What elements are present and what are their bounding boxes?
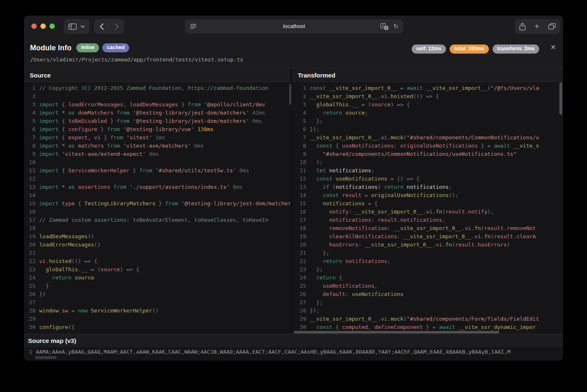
code-line: 11import { ServiceWorkerHelper } from '#… [24,167,290,175]
code-line: 26 default: useNotifications [295,290,563,298]
transformed-code[interactable]: 1const __vite_ssr_import_0__ = await __v… [292,82,563,334]
line-number: 27 [295,298,306,307]
line-number: 13 [24,183,35,191]
line-number: 10 [24,158,35,167]
close-window-button[interactable] [31,23,37,29]
close-module-button[interactable]: ✕ [549,43,558,52]
code-line: 2 [24,92,290,101]
transformed-panel: Transformed 1const __vite_ssr_import_0__… [292,68,563,334]
line-number: 21 [295,249,306,257]
line-number: 21 [24,249,35,257]
source-vertical-scrollbar[interactable] [289,84,291,105]
code-line: 20 hasErrors: __vite_ssr_import_0__.vi.f… [295,241,563,249]
source-code[interactable]: 1// Copyright (C) 2012-2025 Zammad Found… [24,82,290,334]
code-line: 21 [24,249,290,257]
nav-buttons [94,19,124,34]
line-number: 26 [24,290,35,298]
code-line: 9 "#shared/components/CommonNotification… [295,150,563,158]
code-line: 30configure({ [24,323,290,331]
line-number: 6 [24,125,35,134]
new-tab-button[interactable]: + [535,22,540,31]
code-line: 6}); [295,125,563,134]
line-number: 25 [24,282,35,290]
line-number: 17 [24,216,35,224]
minimize-window-button[interactable] [40,23,46,29]
reader-icon[interactable] [190,23,196,29]
source-panel: Source 1// Copyright (C) 2012-2025 Zamma… [24,68,292,334]
line-number: 18 [24,224,35,232]
code-line: 17 notifications: result.notifications, [295,216,563,224]
code-line: 8import * as matchers from 'vitest-axe/m… [24,142,290,150]
line-number: 26 [295,290,306,298]
line-number: 15 [295,200,306,208]
code-line: 16 notify: __vite_ssr_import_0__.vi.fn(r… [295,208,563,216]
line-number: 28 [295,307,306,315]
sourcemap-title: Source map (v3) [24,334,563,347]
line-number: 14 [295,191,306,200]
svg-text:a: a [386,26,388,30]
line-number: 3 [24,101,35,109]
zoom-window-button[interactable] [50,23,55,29]
module-badges: inlinecached [76,43,129,52]
module-file-path: /Users/vladimir/Projects/zammad/app/fron… [30,56,563,63]
code-line: 28}); [295,307,563,315]
code-line: 1const __vite_ssr_import_0__ = await __v… [295,84,563,92]
sidebar-toggle-button[interactable] [64,19,90,34]
transformed-horizontal-scrollbar[interactable] [294,331,499,333]
code-line: 15import type { TestingLibraryMatchers }… [24,200,290,208]
back-button[interactable] [94,19,109,34]
code-line: 25 } [24,282,290,290]
code-line: 24 return { [295,274,563,282]
code-line: 4 return source; [295,109,563,117]
code-line: 7__vite_ssr_import_0__.vi.mock("#shared/… [295,134,563,142]
line-number: 14 [24,191,35,200]
reload-icon[interactable]: ↻ [393,22,398,31]
code-line: 19 clearAllNotifications: __vite_ssr_imp… [295,232,563,241]
sourcemap-horizontal-scrollbar[interactable] [35,356,57,359]
line-number: 30 [24,323,35,331]
code-line: 13import * as assertions from './support… [24,183,290,191]
share-button[interactable] [519,23,526,31]
tabs-icon [548,23,556,30]
line-number: 11 [295,167,306,175]
code-line: 3 globalThis.__ = (source) => { [295,101,563,109]
sourcemap-line-number: 1 [24,347,32,357]
browser-window: localhost A a ↻ [24,16,563,361]
line-number: 28 [24,307,35,315]
line-number: 5 [295,117,306,125]
line-number: 9 [295,150,306,158]
share-icon [519,23,526,31]
code-line: 2__vite_ssr_import_0__.vi.hoisted(() => … [295,92,563,101]
code-line: 15 notifications = { [295,200,563,208]
module-info-header: Module Info inlinecached self: 12mstotal… [24,37,563,68]
traffic-lights [31,23,55,29]
line-number: 18 [295,224,306,232]
line-number: 25 [295,282,306,290]
code-line: 5 }; [295,117,563,125]
code-line: 18 [24,224,290,232]
code-line: 1// Copyright (C) 2012-2025 Zammad Found… [24,84,290,92]
page-vertical-scrollbar[interactable] [559,82,562,115]
line-number: 22 [295,257,306,265]
line-number: 4 [295,109,306,117]
line-number: 19 [295,232,306,241]
forward-icon [115,23,119,30]
code-line: 3import { loadErrorMessages, loadDevMess… [24,101,290,109]
source-panel-title: Source [24,68,290,82]
code-line: 14 [24,191,290,200]
code-line: 6import { configure } from '@testing-lib… [24,125,290,134]
line-number: 20 [295,241,306,249]
code-line: 30 const { computed, defineComponent } =… [295,323,563,331]
timing-badges: self: 12mstotal: 193mstransform: 2ms [412,45,539,54]
sourcemap-line: 1 AAMA;AAeA,yBAAG,QAAQ,MAAM;AACf,aAAW,KA… [24,347,563,357]
forward-button[interactable] [109,19,124,34]
toolbar-right-group: + [515,19,560,34]
translate-icon[interactable]: A a [380,23,389,30]
chevron-down-icon [80,25,85,28]
tab-overview-button[interactable] [548,23,556,30]
back-icon [99,23,104,30]
sourcemap-mappings: AAMA;AAeA,yBAAG,QAAQ,MAAM;AACf,aAAW,KAAK… [32,347,511,357]
line-number: 6 [295,125,306,134]
line-number: 7 [24,134,35,142]
address-bar[interactable]: localhost A a ↻ [185,19,403,33]
